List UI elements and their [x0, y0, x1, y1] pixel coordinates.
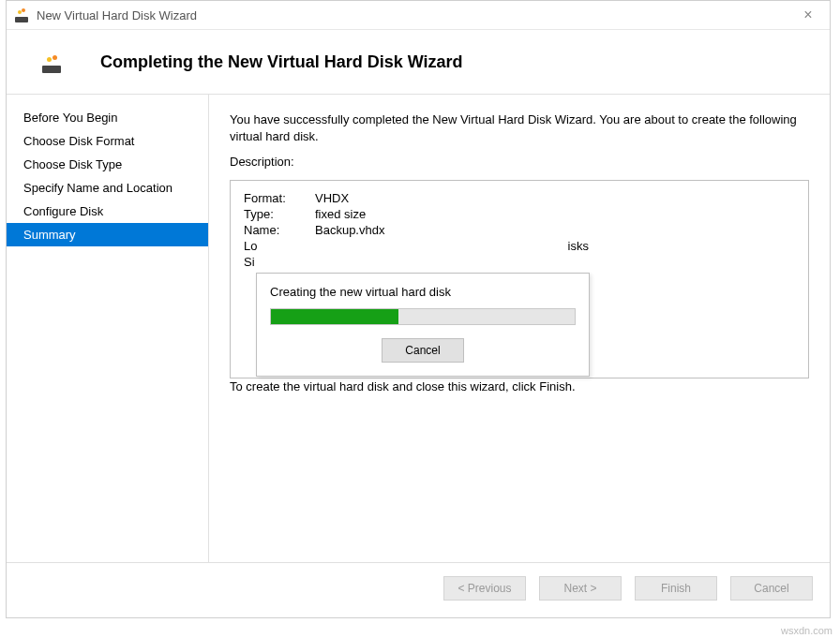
value-format: VHDX — [315, 191, 349, 205]
row-size: Si — [244, 254, 795, 270]
wizard-window: New Virtual Hard Disk Wizard × Completin… — [6, 0, 831, 618]
sidebar-item-configure-disk[interactable]: Configure Disk — [7, 200, 208, 223]
key-size: Si — [244, 255, 261, 269]
progress-fill — [271, 309, 398, 324]
key-name: Name: — [244, 223, 309, 237]
key-location: Lo — [244, 239, 261, 253]
next-button[interactable]: Next > — [539, 576, 622, 601]
key-type: Type: — [244, 207, 309, 221]
description-label: Description: — [230, 154, 809, 171]
value-location-tail: isks — [568, 239, 795, 253]
cancel-button[interactable]: Cancel — [730, 576, 813, 601]
progress-cancel-button[interactable]: Cancel — [382, 338, 464, 363]
previous-button[interactable]: < Previous — [443, 576, 526, 601]
value-type: fixed size — [315, 207, 366, 221]
row-type: Type: fixed size — [244, 206, 795, 222]
sidebar-item-before-you-begin[interactable]: Before You Begin — [7, 106, 208, 129]
finish-hint: To create the virtual hard disk and clos… — [230, 378, 809, 395]
sidebar-item-specify-name-location[interactable]: Specify Name and Location — [7, 176, 208, 200]
footer: < Previous Next > Finish Cancel — [7, 562, 830, 617]
sidebar-item-choose-disk-type[interactable]: Choose Disk Type — [7, 153, 208, 176]
app-icon — [14, 7, 29, 22]
progress-dialog: Creating the new virtual hard disk Cance… — [256, 273, 590, 377]
page-title: Completing the New Virtual Hard Disk Wiz… — [100, 52, 463, 72]
row-name: Name: Backup.vhdx — [244, 222, 795, 238]
titlebar: New Virtual Hard Disk Wizard × — [7, 1, 830, 30]
window-title: New Virtual Hard Disk Wizard — [37, 8, 197, 22]
wizard-icon — [40, 51, 63, 73]
sidebar: Before You Begin Choose Disk Format Choo… — [7, 95, 209, 562]
sidebar-item-choose-disk-format[interactable]: Choose Disk Format — [7, 129, 208, 153]
value-name: Backup.vhdx — [315, 223, 384, 237]
sidebar-item-summary[interactable]: Summary — [7, 223, 208, 246]
row-location: Lo isks — [244, 238, 795, 254]
wizard-header: Completing the New Virtual Hard Disk Wiz… — [7, 30, 830, 94]
intro-text: You have successfully completed the New … — [230, 111, 809, 144]
progress-dialog-title: Creating the new virtual hard disk — [270, 285, 576, 299]
watermark: wsxdn.com — [781, 625, 832, 636]
key-format: Format: — [244, 191, 309, 205]
row-format: Format: VHDX — [244, 190, 795, 206]
progress-bar — [270, 308, 576, 325]
finish-button[interactable]: Finish — [635, 576, 717, 601]
close-icon[interactable]: × — [794, 7, 822, 23]
